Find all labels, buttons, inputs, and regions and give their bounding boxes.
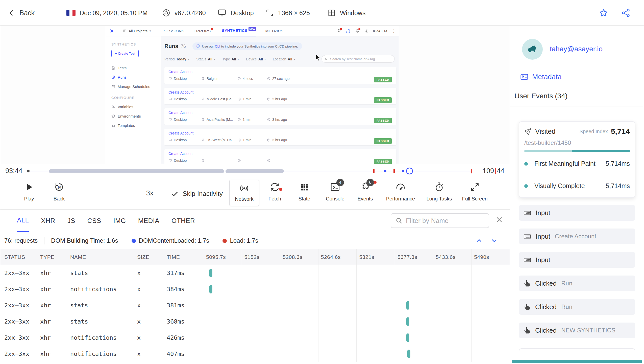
tab-img[interactable]: IMG	[113, 210, 126, 232]
sidebar-section-synthetics: SYNTHETICS	[111, 42, 161, 46]
user-event-card[interactable]: Clicked Run	[519, 299, 635, 315]
tab-css[interactable]: CSS	[87, 210, 101, 232]
send-icon	[524, 128, 531, 135]
replayed-app-sidebar: SYNTHETICS + Create Test Tests Runs Mana…	[105, 36, 161, 164]
speed-index-value: 5,714	[611, 127, 630, 136]
clock-icon	[237, 97, 241, 101]
visited-event-card[interactable]: Visited Speed Index 5,714 /test-builder/…	[519, 121, 635, 198]
runs-count: 76	[181, 44, 186, 49]
run-name-link: Create Account	[168, 70, 392, 74]
run-name-link: Create Account	[168, 111, 392, 115]
skip-inactivity-toggle[interactable]: Skip Inactivity	[171, 190, 223, 198]
network-request-row[interactable]: 2xx–3xx xhr notifications x 426ms	[0, 330, 510, 346]
waterfall-cell	[204, 297, 510, 313]
browser-icon	[162, 9, 170, 17]
jump-next-button[interactable]	[490, 237, 498, 245]
replayed-app-content: Runs 76 ⓘUse our CLI to include your Syn…	[161, 36, 399, 164]
replayed-app-nav: All Projects ▾ SESSIONS ERRORS SYNTHETIC…	[105, 26, 399, 36]
topbar: Back Dec 09, 2020, 05:10 PM v87.0.4280 D…	[0, 0, 644, 26]
requests-count: 76: requests	[4, 237, 44, 244]
run-group: Create Account Desktop Asia Pacific (M..…	[164, 108, 396, 125]
share-icon	[621, 8, 631, 18]
search-icon	[395, 217, 403, 224]
click-hand-icon	[524, 303, 531, 310]
total-duration-label: 10944	[483, 167, 504, 175]
dom-content-loaded: DOMContentLoaded: 1.7s	[125, 237, 216, 244]
puzzle-icon	[337, 29, 341, 33]
tab-other[interactable]: OTHER	[171, 210, 195, 232]
timeline-track[interactable]	[28, 171, 472, 171]
runs-search-input	[330, 57, 388, 61]
user-event-card[interactable]: Input	[519, 205, 635, 221]
end-error-marker	[471, 169, 472, 173]
os-name: Windows	[327, 0, 365, 26]
back-button[interactable]: Back	[8, 0, 35, 26]
console-icon: 4	[330, 181, 340, 193]
tab-all[interactable]: ALL	[17, 210, 29, 232]
tab-xhr[interactable]: XHR	[41, 210, 55, 232]
tab-media[interactable]: MEDIA	[138, 210, 159, 232]
back-10-button[interactable]: 10 Back	[39, 181, 79, 202]
keyboard-icon	[524, 209, 531, 217]
network-request-row[interactable]: 2xx–3xx xhr stats x 381ms	[0, 297, 510, 313]
favorite-button[interactable]	[599, 0, 608, 26]
user-events-list: Input Input Create Account Input Clicked	[519, 205, 635, 338]
request-timing-bar	[406, 317, 409, 326]
metric-dot	[524, 184, 528, 188]
location-pin-icon	[201, 138, 205, 142]
jump-previous-button[interactable]	[475, 237, 483, 245]
sidebar-item-environments: Environments	[111, 114, 161, 118]
player-column: All Projects ▾ SESSIONS ERRORS SYNTHETIC…	[0, 26, 510, 364]
user-event-card[interactable]: Clicked NEW SYNTHETICS	[519, 323, 635, 338]
close-panel-button[interactable]	[495, 215, 504, 224]
network-request-row[interactable]: 2xx–3xx xhr stats x 317ms	[0, 265, 510, 281]
replay-stage[interactable]: All Projects ▾ SESSIONS ERRORS SYNTHETIC…	[0, 26, 510, 164]
user-events-sidebar: tahay@asayer.io Metadata User Events (34…	[510, 26, 644, 364]
location-pin-icon	[201, 159, 205, 162]
chevron-down-icon: ▾	[294, 58, 295, 61]
error-marker	[393, 169, 395, 173]
filter-by-name-input[interactable]	[406, 217, 482, 225]
events-panel-button[interactable]: 6 Events	[345, 181, 385, 202]
runs-title: Runs	[164, 43, 178, 50]
user-event-card[interactable]: Clicked Run	[519, 276, 635, 291]
tab-errors: ERRORS	[193, 26, 213, 36]
performance-panel-button[interactable]: Performance	[380, 181, 421, 202]
tab-sessions: SESSIONS	[164, 26, 185, 36]
long-tasks-panel-button[interactable]: Long Tasks	[419, 181, 459, 202]
clock-icon	[237, 138, 241, 142]
chevron-down-icon: ▾	[214, 58, 215, 61]
keyboard-icon	[524, 256, 531, 264]
event-marker	[384, 170, 386, 172]
desktop-icon	[168, 138, 172, 142]
request-timing-bar	[209, 269, 212, 277]
playback-speed-button[interactable]: 3x	[146, 189, 154, 197]
desktop-icon	[168, 97, 172, 101]
network-request-row[interactable]: 2xx–3xx xhr notifications x 384ms	[0, 281, 510, 297]
network-request-row[interactable]: 2xx–3xx xhr stats x 368ms	[0, 313, 510, 330]
session-player-app: Back Dec 09, 2020, 05:10 PM v87.0.4280 D…	[0, 0, 644, 364]
network-request-row[interactable]: 2xx–3xx xhr notifications x 407ms	[0, 346, 510, 362]
share-button[interactable]	[621, 0, 631, 26]
play-icon	[24, 181, 34, 193]
filter-dropdown: DeviceAll▾	[246, 57, 266, 61]
keyboard-icon	[524, 233, 531, 240]
metadata-button[interactable]: Metadata	[520, 73, 562, 81]
hyena-icon	[526, 44, 538, 54]
full-screen-button[interactable]: Full Screen	[455, 181, 495, 202]
chevron-down-icon: ▾	[238, 58, 239, 61]
metric-dot	[524, 162, 528, 166]
playhead[interactable]	[406, 168, 413, 174]
clock-icon	[237, 159, 241, 162]
id-card-icon	[520, 73, 529, 81]
more-menu-icon: ⋮	[392, 29, 396, 33]
visited-path: /test-builder/1450	[524, 139, 571, 146]
sidebar-item-variables: Variables	[111, 105, 161, 109]
status-badge: PASSED	[374, 77, 392, 82]
cli-info-note: ⓘUse our CLI to include your Synthetics …	[192, 42, 302, 50]
bottom-progress-bar	[512, 360, 642, 363]
request-timing-bar	[406, 333, 409, 342]
user-event-card[interactable]: Input Create Account	[519, 229, 635, 244]
tab-js[interactable]: JS	[67, 210, 75, 232]
user-event-card[interactable]: Input	[519, 252, 635, 268]
